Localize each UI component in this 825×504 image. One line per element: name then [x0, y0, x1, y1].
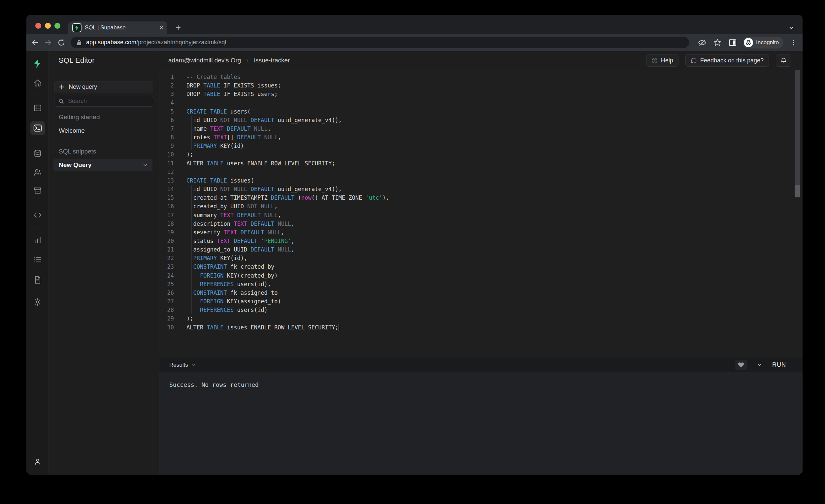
- bookmark-star-icon[interactable]: [711, 36, 724, 49]
- code-line[interactable]: 15 created_at TIMESTAMPTZ DEFAULT (now()…: [159, 194, 790, 202]
- supabase-app: SQL Editor New query Getting started Wel…: [26, 51, 803, 475]
- url-text: app.supabase.com/project/azahtnhqohyjerz…: [86, 39, 226, 46]
- code-line[interactable]: 28 REFERENCES users(id): [159, 306, 790, 314]
- code-line[interactable]: 24 FOREIGN KEY(created_by): [159, 271, 790, 280]
- minimize-window-button[interactable]: [45, 23, 51, 29]
- sidebar-item-welcome[interactable]: Welcome: [59, 127, 85, 134]
- scrollbar-track-shade: [795, 70, 800, 185]
- code-line[interactable]: 9 PRIMARY KEY(id): [159, 142, 790, 150]
- browser-toolbar: app.supabase.com/project/azahtnhqohyjerz…: [26, 34, 803, 51]
- tab-close-icon[interactable]: ×: [159, 24, 163, 31]
- reload-button[interactable]: [55, 36, 68, 49]
- code-line[interactable]: 10);: [159, 150, 790, 159]
- rail-divider: [31, 227, 44, 227]
- nav-edge-functions-icon[interactable]: [30, 208, 45, 222]
- nav-rail: [26, 51, 49, 475]
- nav-api-docs-icon[interactable]: [30, 273, 45, 287]
- code-line[interactable]: 8 roles TEXT[] DEFAULT NULL,: [159, 133, 790, 142]
- code-line[interactable]: 18 description TEXT DEFAULT NULL,: [159, 219, 790, 228]
- code-line[interactable]: 17 summary TEXT DEFAULT NULL,: [159, 211, 790, 219]
- code-line[interactable]: 29);: [159, 314, 790, 323]
- nav-database-icon[interactable]: [30, 146, 45, 161]
- nav-sql-editor-icon[interactable]: [30, 121, 45, 135]
- code-line[interactable]: 12: [159, 168, 790, 176]
- back-button[interactable]: [28, 36, 42, 49]
- header-actions: Help Feedback on this page?: [646, 54, 791, 67]
- breadcrumb-org[interactable]: adam@windmill.dev's Org: [168, 57, 241, 64]
- nav-auth-users-icon[interactable]: [30, 165, 45, 179]
- help-button[interactable]: Help: [646, 54, 678, 67]
- breadcrumb: adam@windmill.dev's Org / issue-tracker: [168, 57, 290, 64]
- results-output: Success. No rows returned: [159, 372, 803, 475]
- code-line[interactable]: 14 id UUID NOT NULL DEFAULT uuid_generat…: [159, 185, 790, 194]
- url-domain: app.supabase.com: [86, 39, 136, 46]
- notifications-button[interactable]: [776, 54, 791, 67]
- nav-logs-icon[interactable]: [30, 253, 45, 267]
- new-tab-button[interactable]: +: [172, 22, 184, 33]
- plus-icon: [59, 84, 64, 90]
- code-line[interactable]: 20 status TEXT DEFAULT 'PENDING',: [159, 237, 790, 245]
- incognito-badge[interactable]: Incognito: [743, 37, 783, 49]
- results-bar-actions: RUN: [735, 360, 786, 370]
- code-line[interactable]: 22 PRIMARY KEY(id),: [159, 254, 790, 263]
- nav-reports-icon[interactable]: [30, 233, 45, 247]
- code-lines: 1-- Create tables2DROP TABLE IF EXISTS i…: [159, 73, 790, 332]
- browser-tab[interactable]: SQL | Supabase ×: [68, 21, 167, 34]
- code-line[interactable]: 19 severity TEXT DEFAULT NULL,: [159, 228, 790, 237]
- side-panel-icon[interactable]: [726, 36, 739, 49]
- code-line[interactable]: 23 CONSTRAINT fk_created_by: [159, 263, 790, 271]
- code-line[interactable]: 1-- Create tables: [159, 73, 790, 81]
- results-dropdown[interactable]: Results: [169, 362, 196, 368]
- new-query-button[interactable]: New query: [54, 81, 153, 92]
- nav-table-editor-icon[interactable]: [30, 101, 45, 115]
- rail-divider: [31, 141, 44, 141]
- breadcrumb-project[interactable]: issue-tracker: [254, 57, 290, 64]
- status-message: Success. No rows returned: [169, 381, 259, 388]
- sidebar-item-new-query[interactable]: New Query: [54, 159, 152, 171]
- tab-search-chevron-icon[interactable]: [785, 22, 797, 33]
- password-eye-off-icon[interactable]: [696, 36, 709, 49]
- code-line[interactable]: 7 name TEXT DEFAULT NULL,: [159, 125, 790, 133]
- nav-settings-gear-icon[interactable]: [30, 295, 45, 309]
- browser-menu-kebab-icon[interactable]: [787, 36, 800, 49]
- code-line[interactable]: 5CREATE TABLE users(: [159, 107, 790, 116]
- code-line[interactable]: 13CREATE TABLE issues(: [159, 176, 790, 185]
- code-line[interactable]: 25 REFERENCES users(id),: [159, 280, 790, 288]
- code-line[interactable]: 27 FOREIGN KEY(assigned_to): [159, 297, 790, 306]
- chevron-down-icon[interactable]: [143, 162, 148, 168]
- code-line[interactable]: 4: [159, 98, 790, 107]
- active-snippet-label: New Query: [59, 161, 143, 169]
- search-icon: [58, 98, 64, 104]
- code-line[interactable]: 2DROP TABLE IF EXISTS issues;: [159, 81, 790, 90]
- search-input[interactable]: [68, 98, 144, 104]
- favorite-heart-icon[interactable]: [735, 360, 747, 370]
- address-bar[interactable]: app.supabase.com/project/azahtnhqohyjerz…: [71, 37, 689, 48]
- tab-title: SQL | Supabase: [85, 24, 156, 31]
- code-line[interactable]: 6 id UUID NOT NULL DEFAULT uuid_generate…: [159, 116, 790, 125]
- main-area: adam@windmill.dev's Org / issue-tracker …: [159, 51, 803, 475]
- snippet-search[interactable]: [54, 96, 153, 106]
- feedback-button[interactable]: Feedback on this page?: [685, 54, 769, 67]
- run-button[interactable]: RUN: [772, 361, 786, 368]
- account-user-icon[interactable]: [30, 454, 45, 469]
- supabase-logo-icon[interactable]: [30, 56, 45, 71]
- rail-divider: [31, 95, 44, 95]
- forward-button[interactable]: [42, 36, 55, 49]
- project-header: adam@windmill.dev's Org / issue-tracker …: [159, 51, 803, 70]
- code-line[interactable]: 16 created_by UUID NOT NULL,: [159, 202, 790, 211]
- code-line[interactable]: 11ALTER TABLE users ENABLE ROW LEVEL SEC…: [159, 159, 790, 168]
- nav-home-icon[interactable]: [30, 76, 45, 90]
- sql-code-editor[interactable]: 1-- Create tables2DROP TABLE IF EXISTS i…: [159, 70, 803, 358]
- scrollbar-thumb[interactable]: [795, 185, 800, 197]
- close-window-button[interactable]: [35, 23, 41, 29]
- nav-storage-icon[interactable]: [30, 184, 45, 198]
- code-line[interactable]: 30ALTER TABLE issues ENABLE ROW LEVEL SE…: [159, 323, 790, 332]
- supabase-favicon-icon: [72, 23, 81, 32]
- code-line[interactable]: 21 assigned_to UUID DEFAULT NULL,: [159, 245, 790, 254]
- results-label: Results: [169, 362, 188, 368]
- code-line[interactable]: 3DROP TABLE IF EXISTS users;: [159, 90, 790, 98]
- run-options-chevron-icon[interactable]: [757, 362, 762, 368]
- code-line[interactable]: 26 CONSTRAINT fk_assigned_to: [159, 288, 790, 297]
- editor-scrollbar[interactable]: [795, 70, 800, 358]
- zoom-window-button[interactable]: [55, 23, 60, 29]
